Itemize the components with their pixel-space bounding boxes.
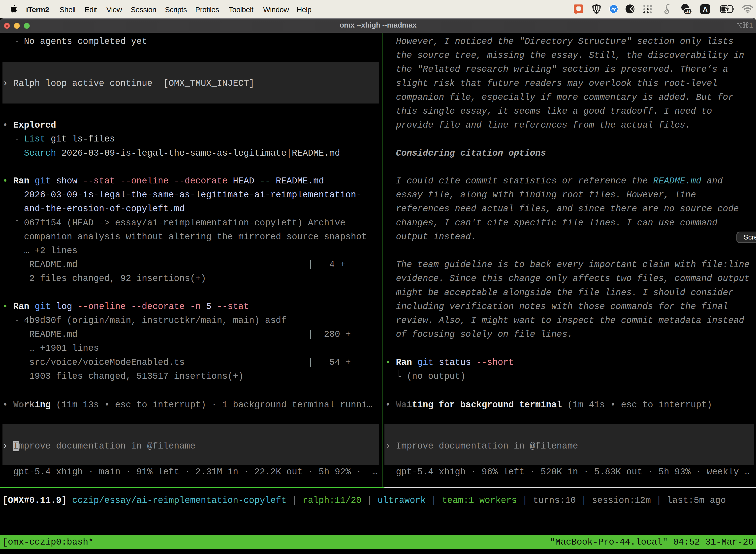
svg-text:..61: ..61 [685, 10, 691, 14]
svg-text:A: A [703, 6, 708, 13]
